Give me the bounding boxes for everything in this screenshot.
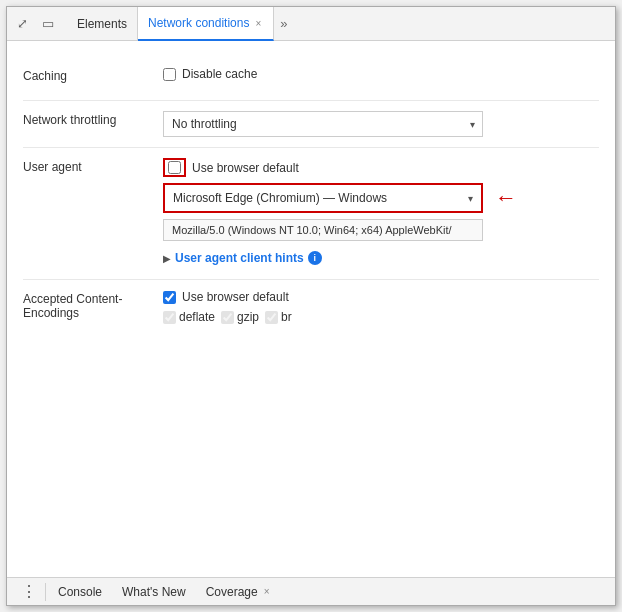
ua-checkbox-highlighted	[163, 158, 186, 177]
throttling-content: No throttling Fast 3G Slow 3G Offline Ad…	[163, 111, 599, 137]
bottom-tab-whats-new-label: What's New	[122, 585, 186, 599]
ua-select-wrapper: Microsoft Edge (Chromium) — Windows Chro…	[163, 183, 483, 213]
deflate-row: deflate	[163, 310, 215, 324]
device-icon[interactable]: ▭	[37, 13, 59, 35]
ua-browser-default-checkbox[interactable]	[168, 161, 181, 174]
encodings-browser-default-label: Use browser default	[182, 290, 289, 304]
bottom-bar: ⋮ Console What's New Coverage ×	[7, 577, 615, 605]
encodings-browser-default-checkbox[interactable]	[163, 291, 176, 304]
encodings-browser-default-row: Use browser default	[163, 290, 599, 304]
ua-browser-default-row: Use browser default	[163, 158, 599, 177]
tab-elements[interactable]: Elements	[67, 7, 138, 41]
br-row: br	[265, 310, 292, 324]
tab-elements-label: Elements	[77, 17, 127, 31]
user-agent-row: User agent Use browser default Microsoft…	[23, 148, 599, 280]
tab-more-button[interactable]: »	[274, 7, 293, 41]
gzip-checkbox[interactable]	[221, 311, 234, 324]
ua-dropdown-row: Microsoft Edge (Chromium) — Windows Chro…	[163, 183, 599, 213]
ua-browser-default-label: Use browser default	[192, 161, 299, 175]
bottom-tab-coverage-label: Coverage	[206, 585, 258, 599]
br-checkbox[interactable]	[265, 311, 278, 324]
throttling-select-wrapper: No throttling Fast 3G Slow 3G Offline Ad…	[163, 111, 483, 137]
client-hints-label: User agent client hints	[175, 251, 304, 265]
client-hints-expand-icon: ▶	[163, 253, 171, 264]
caching-content: Disable cache	[163, 67, 599, 81]
throttling-select[interactable]: No throttling Fast 3G Slow 3G Offline Ad…	[163, 111, 483, 137]
tab-bar-icons: ⤢ ▭	[11, 13, 59, 35]
user-agent-content: Use browser default Microsoft Edge (Chro…	[163, 158, 599, 269]
devtools-window: ⤢ ▭ Elements Network conditions × » Cach…	[6, 6, 616, 606]
disable-cache-label: Disable cache	[182, 67, 257, 81]
bottom-tab-console[interactable]: Console	[48, 578, 112, 606]
red-arrow-annotation: ←	[495, 187, 517, 209]
throttling-label: Network throttling	[23, 111, 163, 127]
caching-label: Caching	[23, 67, 163, 83]
cursor-icon[interactable]: ⤢	[11, 13, 33, 35]
deflate-checkbox[interactable]	[163, 311, 176, 324]
bottom-tab-console-label: Console	[58, 585, 102, 599]
deflate-label: deflate	[179, 310, 215, 324]
encodings-label: Accepted Content- Encodings	[23, 290, 163, 320]
caching-row: Caching Disable cache	[23, 57, 599, 101]
encodings-content: Use browser default deflate gzip br	[163, 290, 599, 324]
ua-select[interactable]: Microsoft Edge (Chromium) — Windows Chro…	[165, 185, 481, 211]
disable-cache-checkbox[interactable]	[163, 68, 176, 81]
gzip-row: gzip	[221, 310, 259, 324]
coverage-tab-close-icon[interactable]: ×	[262, 584, 272, 599]
bottom-dots-icon[interactable]: ⋮	[15, 582, 43, 601]
client-hints-info-icon: i	[308, 251, 322, 265]
gzip-label: gzip	[237, 310, 259, 324]
disable-cache-row: Disable cache	[163, 67, 599, 81]
tab-network-conditions[interactable]: Network conditions ×	[138, 7, 274, 41]
bottom-tab-whats-new[interactable]: What's New	[112, 578, 196, 606]
bottom-divider	[45, 583, 46, 601]
client-hints-row[interactable]: ▶ User agent client hints i	[163, 247, 599, 269]
ua-string: Mozilla/5.0 (Windows NT 10.0; Win64; x64…	[163, 219, 483, 241]
encodings-row: Accepted Content- Encodings Use browser …	[23, 280, 599, 334]
tab-bar: ⤢ ▭ Elements Network conditions × »	[7, 7, 615, 41]
encoding-options: deflate gzip br	[163, 310, 599, 324]
br-label: br	[281, 310, 292, 324]
main-content: Caching Disable cache Network throttling…	[7, 41, 615, 577]
bottom-tab-coverage[interactable]: Coverage ×	[196, 578, 282, 606]
tab-close-icon[interactable]: ×	[253, 16, 263, 31]
tab-network-conditions-label: Network conditions	[148, 16, 249, 30]
throttling-row: Network throttling No throttling Fast 3G…	[23, 101, 599, 148]
user-agent-label: User agent	[23, 158, 163, 174]
